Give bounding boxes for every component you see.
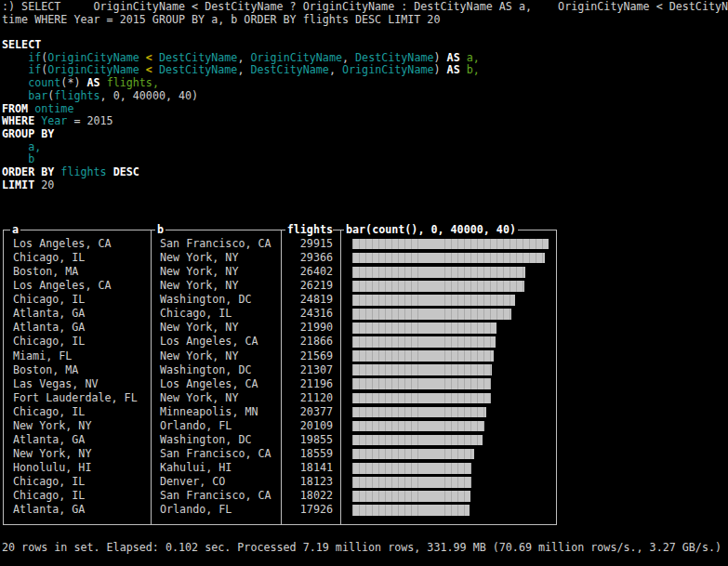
flights-cell: 26219 [287, 279, 333, 293]
city-b-cell: Orlando, FL [160, 419, 232, 433]
city-b-cell: San Francisco, CA [160, 447, 271, 461]
query-line: SELECT [2, 39, 728, 52]
flights-bar [352, 322, 496, 334]
city-b-cell: New York, NY [160, 349, 238, 363]
flights-cell: 24316 [287, 307, 333, 321]
flights-cell: 20377 [287, 405, 333, 419]
flights-bar [352, 336, 496, 348]
table-row: Chicago, ILDenver, CO18123 [0, 475, 557, 489]
table-row: Honolulu, HIKahului, HI18141 [0, 461, 557, 475]
echoed-query: :) SELECT OriginCityName < DestCityName … [2, 1, 728, 26]
table-row: Boston, MAWashington, DC21307 [0, 363, 557, 377]
flights-bar [352, 449, 474, 460]
city-b-cell: San Francisco, CA [160, 237, 271, 251]
city-b-cell: Washington, DC [160, 363, 252, 377]
city-b-cell: Los Angeles, CA [160, 377, 258, 391]
flights-bar [352, 364, 492, 375]
flights-bar [352, 463, 471, 474]
city-b-cell: Washington, DC [160, 433, 252, 447]
city-a-cell: Boston, MA [13, 265, 78, 279]
flights-bar [352, 295, 515, 306]
query-line: if(OriginCityName < DestCityName, DestCi… [2, 64, 728, 77]
city-b-cell: Los Angeles, CA [160, 335, 258, 349]
table-bottom-border [3, 524, 557, 525]
flights-bar [352, 253, 545, 264]
city-a-cell: Atlanta, GA [13, 321, 85, 335]
city-a-cell: New York, NY [13, 447, 91, 461]
city-a-cell: Atlanta, GA [13, 503, 85, 517]
city-a-cell: Chicago, IL [13, 475, 85, 489]
flights-cell: 21120 [287, 391, 333, 405]
flights-cell: 24819 [287, 293, 333, 307]
city-a-cell: Chicago, IL [13, 335, 85, 349]
flights-cell: 26402 [287, 265, 333, 279]
flights-cell: 21866 [287, 335, 333, 349]
city-b-cell: New York, NY [160, 265, 238, 279]
query-line: LIMIT 20 [2, 179, 728, 192]
query-line: a, [2, 141, 728, 154]
table-row: Atlanta, GAWashington, DC19855 [0, 433, 557, 447]
flights-cell: 21307 [287, 363, 333, 377]
flights-bar [352, 421, 484, 432]
city-a-cell: Boston, MA [13, 363, 78, 377]
flights-bar [352, 393, 491, 404]
flights-bar [352, 407, 486, 418]
city-b-cell: New York, NY [160, 279, 238, 293]
flights-cell: 18022 [287, 489, 333, 503]
city-b-cell: New York, NY [160, 251, 238, 265]
city-a-cell: Miami, FL [13, 349, 72, 363]
query-line: if(OriginCityName < DestCityName, Origin… [2, 52, 728, 65]
query-line: GROUP BY [2, 128, 728, 141]
flights-bar [352, 435, 483, 446]
flights-bar [352, 281, 524, 292]
table-row: Chicago, ILWashington, DC24819 [0, 293, 557, 307]
table-row: Las Vegas, NVLos Angeles, CA21196 [0, 377, 557, 391]
flights-cell: 18141 [287, 461, 333, 475]
city-a-cell: Chicago, IL [13, 405, 85, 419]
flights-bar [352, 491, 470, 502]
table-row: Chicago, ILLos Angeles, CA21866 [0, 335, 557, 349]
city-a-cell: Los Angeles, CA [13, 237, 112, 251]
flights-bar [352, 239, 549, 250]
city-b-cell: Chicago, IL [160, 307, 232, 321]
table-row: Atlanta, GAOrlando, FL17926 [0, 503, 557, 517]
city-a-cell: Atlanta, GA [13, 433, 85, 447]
city-a-cell: Los Angeles, CA [13, 279, 112, 293]
table-row: Atlanta, GAChicago, IL24316 [0, 307, 557, 321]
echoed-query-line: time WHERE Year = 2015 GROUP BY a, b ORD… [2, 14, 728, 27]
query-line: WHERE Year = 2015 [2, 115, 728, 128]
table-header-b: b [155, 224, 165, 236]
table-header-flights: flights [285, 224, 333, 236]
blank-line [2, 26, 728, 39]
table-row: New York, NYSan Francisco, CA18559 [0, 447, 557, 461]
city-b-cell: San Francisco, CA [160, 489, 271, 503]
city-b-cell: Minneapolis, MN [160, 405, 258, 419]
table-row: Chicago, ILMinneapolis, MN20377 [0, 405, 557, 419]
query-line: bar(flights, 0, 40000, 40) [2, 90, 728, 103]
city-b-cell: Orlando, FL [160, 503, 232, 517]
query-summary-line: 20 rows in set. Elapsed: 0.102 sec. Proc… [2, 541, 721, 554]
city-a-cell: Honolulu, HI [13, 461, 91, 475]
city-b-cell: New York, NY [160, 321, 238, 335]
table-row: New York, NYOrlando, FL20109 [0, 419, 557, 433]
query-line: FROM ontime [2, 103, 728, 116]
city-a-cell: Chicago, IL [13, 251, 85, 265]
flights-bar [352, 267, 525, 278]
table-row: Miami, FLNew York, NY21569 [0, 349, 557, 363]
table-row: Boston, MANew York, NY26402 [0, 265, 557, 279]
flights-bar [352, 477, 471, 488]
formatted-query: SELECT if(OriginCityName < DestCityName,… [2, 39, 728, 191]
terminal-screen[interactable]: :) SELECT OriginCityName < DestCityName … [0, 0, 728, 566]
flights-cell: 20109 [287, 419, 333, 433]
flights-cell: 21569 [287, 349, 333, 363]
city-b-cell: New York, NY [160, 391, 238, 405]
city-a-cell: Chicago, IL [13, 489, 85, 503]
query-line: ORDER BY flights DESC [2, 166, 728, 179]
flights-cell: 21196 [287, 377, 333, 391]
flights-cell: 17926 [287, 503, 333, 517]
flights-bar [352, 309, 511, 320]
echoed-query-line: :) SELECT OriginCityName < DestCityName … [2, 1, 728, 14]
city-a-cell: New York, NY [13, 419, 91, 433]
table-row: Fort Lauderdale, FLNew York, NY21120 [0, 391, 557, 405]
flights-cell: 18559 [287, 447, 333, 461]
